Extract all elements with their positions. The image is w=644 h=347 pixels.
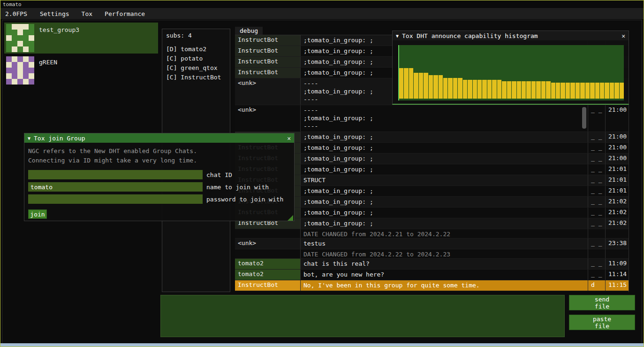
histogram-bar bbox=[458, 78, 462, 99]
system-message-text: DATE CHANGED from 2024.2.22 to 2024.2.23 bbox=[301, 249, 588, 258]
message-text: ;tomato_in_group: ; bbox=[301, 164, 588, 175]
histogram-bar bbox=[595, 83, 599, 99]
message-author: InstructBot bbox=[235, 68, 301, 78]
histogram-bar bbox=[551, 83, 555, 99]
chat-id-input[interactable] bbox=[28, 170, 203, 179]
message-line: ;tomato_in_group: ; bbox=[303, 114, 585, 122]
message-text: testus bbox=[301, 239, 588, 249]
histogram-bar bbox=[468, 80, 472, 99]
join-info-line1: NGC refers to the New DHT enabled Group … bbox=[28, 147, 290, 156]
avatar-cell bbox=[23, 35, 29, 41]
avatar-cell bbox=[17, 35, 23, 41]
avatar-cell bbox=[17, 73, 23, 79]
histogram-bar bbox=[433, 75, 438, 99]
menu-item-performance[interactable]: Performance bbox=[98, 8, 151, 19]
tab-debug[interactable]: debug bbox=[235, 27, 263, 35]
histogram-bar bbox=[507, 81, 511, 99]
chat-message-row[interactable]: tomato2chat is this real?_ _11:09 bbox=[235, 259, 629, 270]
message-author bbox=[235, 249, 301, 258]
avatar-cell bbox=[23, 30, 29, 35]
group-avatar-icon bbox=[6, 56, 34, 85]
chat-scrollbar-thumb[interactable] bbox=[582, 107, 586, 129]
avatar-cell bbox=[12, 79, 17, 85]
sidebar-group-gREEN[interactable]: gREEN bbox=[4, 55, 158, 84]
paste-file-label-line2: file bbox=[569, 323, 635, 330]
message-text: ;tomato_in_group: ; bbox=[301, 154, 588, 164]
dht-histogram-titlebar[interactable]: ▼ Tox DHT announce capability histogram … bbox=[393, 31, 629, 40]
avatar-cell bbox=[17, 68, 23, 73]
avatar-cell bbox=[12, 35, 17, 41]
avatar-cell bbox=[17, 79, 23, 85]
os-titlebar[interactable]: tomato bbox=[0, 0, 644, 8]
members-list: [D] tomato2[C] potato[C] green_qtox[C] I… bbox=[166, 45, 230, 82]
collapse-arrow-icon[interactable]: ▼ bbox=[396, 33, 399, 39]
histogram-bar bbox=[404, 68, 408, 99]
message-delivery-flags: _ _ bbox=[588, 218, 606, 229]
histogram-bar bbox=[414, 73, 418, 99]
histogram-bar bbox=[497, 80, 501, 99]
avatar-cell bbox=[29, 35, 34, 41]
member-item[interactable]: [C] potato bbox=[166, 54, 230, 63]
histogram-bar bbox=[570, 83, 575, 99]
send-file-label-line1: send bbox=[569, 296, 635, 303]
avatar-cell bbox=[6, 24, 12, 30]
message-delivery-flags: _ _ bbox=[588, 239, 606, 249]
send-file-label-line2: file bbox=[569, 303, 635, 310]
chat-message-row[interactable]: <unk>testus_ _23:38 bbox=[235, 239, 629, 249]
join-group-titlebar[interactable]: ▼ Tox join Group ✕ bbox=[24, 133, 294, 143]
avatar-cell bbox=[23, 41, 29, 46]
join-button[interactable]: join bbox=[28, 209, 47, 219]
message-input[interactable] bbox=[160, 295, 565, 337]
member-item[interactable]: [D] tomato2 bbox=[166, 45, 230, 54]
message-author: InstructBot bbox=[235, 46, 301, 56]
avatar-cell bbox=[29, 24, 34, 30]
join-name-input[interactable] bbox=[28, 182, 203, 192]
chat-system-row: DATE CHANGED from 2024.2.21 to 2024.2.22 bbox=[235, 229, 629, 239]
avatar-cell bbox=[6, 68, 12, 73]
histogram-bar bbox=[482, 80, 486, 99]
dht-histogram-close-button[interactable]: ✕ bbox=[621, 32, 625, 39]
avatar-cell bbox=[17, 56, 23, 62]
menu-item-tox[interactable]: Tox bbox=[76, 8, 98, 19]
message-text: chat is this real? bbox=[301, 259, 588, 269]
histogram-bar bbox=[424, 73, 428, 99]
message-delivery-flags: _ _ bbox=[588, 186, 606, 196]
message-line: ;tomato_in_group: ; bbox=[303, 133, 585, 141]
message-timestamp bbox=[606, 229, 629, 238]
resize-grip-icon[interactable] bbox=[288, 215, 293, 221]
message-timestamp: 21:01 bbox=[606, 186, 629, 196]
histogram-bar bbox=[576, 83, 580, 99]
member-item[interactable]: [C] green_qtox bbox=[166, 63, 230, 73]
message-delivery-flags: _ _ bbox=[588, 259, 606, 269]
avatar-cell bbox=[12, 30, 17, 35]
join-password-input[interactable] bbox=[28, 194, 203, 204]
message-line: DATE CHANGED from 2024.2.22 to 2024.2.23 bbox=[303, 250, 585, 258]
sidebar-group-test_group3[interactable]: test_group3 bbox=[4, 23, 158, 54]
avatar-cell bbox=[23, 24, 29, 30]
message-line: No, I've been in this group for quite so… bbox=[303, 281, 585, 289]
menu-item-settings[interactable]: Settings bbox=[34, 8, 76, 19]
paste-file-button[interactable]: paste file bbox=[569, 315, 635, 330]
member-item[interactable]: [C] InstructBot bbox=[166, 73, 230, 82]
histogram-bar bbox=[566, 83, 570, 99]
avatar-cell bbox=[17, 24, 23, 30]
message-line: ;tomato_in_group: ; bbox=[303, 219, 585, 227]
chat-message-row[interactable]: tomato2bot, are you new here?_ _11:14 bbox=[235, 270, 629, 280]
avatar-cell bbox=[6, 41, 12, 46]
chat-message-row[interactable]: InstructBotNo, I've been in this group f… bbox=[235, 280, 629, 291]
collapse-arrow-icon[interactable]: ▼ bbox=[28, 136, 30, 141]
message-delivery-flags: _ _ bbox=[588, 208, 606, 218]
avatar-cell bbox=[6, 73, 12, 79]
message-line: chat is this real? bbox=[303, 260, 585, 268]
send-file-button[interactable]: send file bbox=[569, 295, 635, 310]
message-author: InstructBot bbox=[235, 57, 301, 67]
chat-message-row[interactable]: <unk>----;tomato_in_group: ;----_ _21:00 bbox=[235, 105, 629, 132]
histogram-bar bbox=[473, 80, 477, 99]
dht-capability-histogram-plot[interactable] bbox=[398, 45, 624, 100]
join-group-close-button[interactable]: ✕ bbox=[287, 135, 291, 142]
fps-counter: 2.0FPS bbox=[0, 10, 34, 17]
message-author: InstructBot bbox=[235, 280, 301, 291]
join-group-title: Tox join Group bbox=[34, 135, 284, 142]
histogram-bar bbox=[605, 83, 609, 99]
join-fields: chat ID name to join with password to jo… bbox=[28, 170, 290, 204]
